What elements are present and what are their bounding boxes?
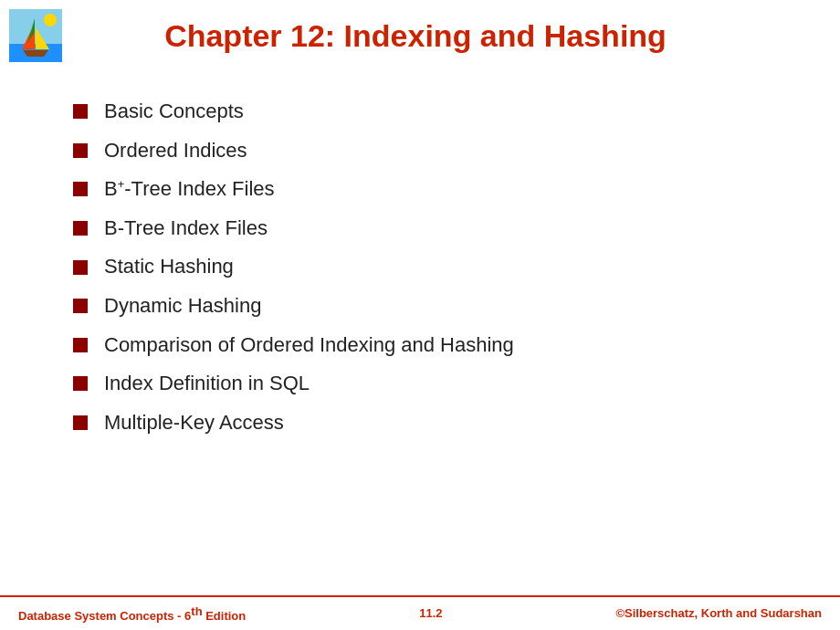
list-item: Index Definition in SQL: [73, 371, 785, 397]
list-item: Ordered Indices: [73, 138, 785, 164]
item-text: Multiple-Key Access: [104, 410, 284, 436]
list-item: B-Tree Index Files: [73, 215, 785, 242]
main-content: Basic Concepts Ordered Indices B+-Tree I…: [0, 71, 840, 467]
svg-point-1: [44, 14, 57, 26]
bullet-icon: [73, 415, 88, 430]
item-text: Basic Concepts: [104, 99, 244, 125]
list-item: Multiple-Key Access: [73, 410, 785, 436]
item-text: B-Tree Index Files: [104, 215, 268, 242]
bullet-icon: [73, 299, 88, 313]
bullet-icon: [73, 260, 88, 275]
bullet-icon: [73, 221, 88, 236]
bullet-icon: [73, 182, 88, 196]
list-item: Basic Concepts: [73, 99, 785, 125]
bullet-icon: [73, 338, 88, 352]
item-text: Ordered Indices: [104, 138, 247, 164]
item-text: B+-Tree Index Files: [104, 176, 275, 203]
logo: [9, 9, 62, 62]
list-item: Dynamic Hashing: [73, 293, 785, 320]
list-item: Static Hashing: [73, 254, 785, 280]
footer-page-number: 11.2: [419, 606, 442, 620]
item-text: Dynamic Hashing: [104, 293, 261, 320]
page-title: Chapter 12: Indexing and Hashing: [62, 18, 822, 54]
bullet-icon: [73, 376, 88, 391]
list-item: Comparison of Ordered Indexing and Hashi…: [73, 332, 785, 359]
footer-right-text: ©Silberschatz, Korth and Sudarshan: [615, 606, 822, 620]
item-text: Comparison of Ordered Indexing and Hashi…: [104, 332, 514, 359]
topic-list: Basic Concepts Ordered Indices B+-Tree I…: [73, 99, 785, 436]
page-header: Chapter 12: Indexing and Hashing: [0, 0, 840, 71]
page-footer: Database System Concepts - 6th Edition 1…: [0, 595, 840, 630]
item-text: Static Hashing: [104, 254, 234, 280]
list-item: B+-Tree Index Files: [73, 176, 785, 203]
bullet-icon: [73, 143, 88, 158]
item-text: Index Definition in SQL: [104, 371, 310, 397]
footer-left-text: Database System Concepts - 6th Edition: [18, 604, 246, 623]
bullet-icon: [73, 104, 88, 119]
